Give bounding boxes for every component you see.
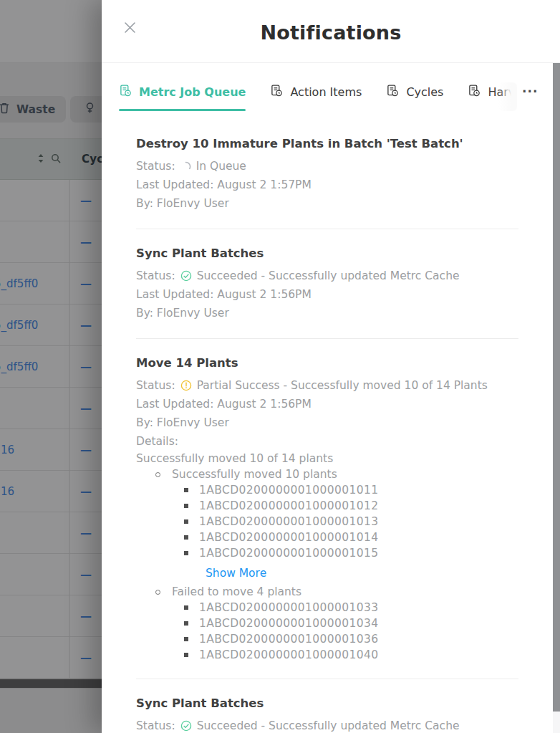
tab-cycles[interactable]: Cycles [386,82,443,111]
plant-tag-row: 1ABCD0200000001000001014 [136,530,518,545]
notification-status-line: Status: Succeeded - Successfully updated… [136,267,518,285]
check-circle-icon [180,270,192,282]
tab-active-underline [270,109,362,111]
last-updated-text: Last Updated: August 2 1:57PM [136,176,312,194]
file-clock-icon [386,84,399,100]
plant-tag-row: 1ABCD0200000001000001034 [136,615,518,631]
status-text: Partial Success - Successfully moved 10 … [197,376,488,395]
status-text: Succeeded - Successfully updated Metrc C… [197,717,460,733]
tab-active-underline [386,109,443,111]
by-text: By: FloEnvy User [136,194,229,213]
details-group-label: Failed to move 4 plants [136,584,518,600]
panel-header: Notifications [102,0,560,63]
details-label: Details: [136,432,518,451]
spinner-icon [180,161,191,172]
file-clock-icon [270,84,283,100]
tab-bar: Metrc Job Queue Action Items Cycles Harv… [102,82,560,120]
tab-label: Metrc Job Queue [139,85,246,99]
status-label: Status: [136,157,175,176]
notification-title: Destroy 10 Immature Plants in Batch 'Tes… [136,136,518,152]
notifications-panel: Notifications Metrc Job Queue Action Ite… [102,0,560,733]
square-bullet-icon [184,621,188,626]
tab-active-underline [119,109,246,111]
details-summary: Successfully moved 10 of 14 plants [136,451,518,466]
show-more-link[interactable]: Show More [206,565,266,582]
tab-fade-overlay [498,82,517,111]
status-label: Status: [136,717,175,733]
plant-tag-text: 1ABCD0200000001000001013 [199,514,379,530]
group-label-text: Failed to move 4 plants [172,584,301,600]
details-group: Failed to move 4 plants1ABCD020000000100… [136,584,518,663]
square-bullet-icon [184,605,188,610]
plant-tag-row: 1ABCD0200000001000001011 [136,482,518,498]
square-bullet-icon [184,504,188,508]
plant-tag-text: 1ABCD0200000001000001011 [199,482,379,498]
details-group-label: Successfully moved 10 plants [136,466,518,482]
page-title: Notifications [102,21,560,44]
by-text: By: FloEnvy User [136,413,229,432]
notification-title: Move 14 Plants [136,355,518,371]
notification-status-line: Status: Succeeded - Successfully updated… [136,717,518,733]
plant-tag-row: 1ABCD0200000001000001033 [136,600,518,615]
plant-tag-text: 1ABCD0200000001000001033 [199,600,379,615]
status-label: Status: [136,267,175,285]
notification-status-line: Status: Partial Success - Successfully m… [136,376,518,395]
square-bullet-icon [184,551,188,555]
plant-tag-text: 1ABCD0200000001000001015 [199,545,379,561]
status-text: In Queue [196,157,246,176]
notification-item: Sync Plant Batches Status: Succeeded - S… [136,679,518,733]
notification-by-line: By: FloEnvy User [136,413,518,432]
last-updated-text: Last Updated: August 2 1:56PM [136,395,312,413]
plant-tag-row: 1ABCD0200000001000001040 [136,647,518,663]
tab-action-items[interactable]: Action Items [270,82,362,111]
square-bullet-icon [184,653,188,657]
notification-title: Sync Plant Batches [136,696,518,712]
tab-label: Cycles [406,85,443,99]
plant-tag-row: 1ABCD0200000001000001015 [136,545,518,561]
plant-tag-text: 1ABCD0200000001000001034 [199,615,379,631]
by-text: By: FloEnvy User [136,304,229,322]
panel-scrollbar-thumb[interactable] [553,63,560,712]
warning-circle-icon [180,380,192,391]
square-bullet-icon [184,535,188,540]
circle-bullet-icon [155,472,160,477]
circle-bullet-icon [155,590,160,595]
notification-list: Destroy 10 Immature Plants in Batch 'Tes… [102,120,560,733]
details-group: Successfully moved 10 plants1ABCD0200000… [136,466,518,584]
tab-overflow-button[interactable]: ··· [522,83,538,100]
plant-tag-row: 1ABCD0200000001000001036 [136,631,518,647]
file-clock-icon [119,84,132,100]
square-bullet-icon [184,488,188,492]
notification-by-line: By: FloEnvy User [136,304,518,322]
notification-status-line: Status: In Queue [136,157,518,176]
group-label-text: Successfully moved 10 plants [172,466,337,482]
file-clock-icon [468,84,481,100]
notification-by-line: By: FloEnvy User [136,194,518,213]
plant-tag-text: 1ABCD0200000001000001036 [199,631,379,647]
tab-scroller: Metrc Job Queue Action Items Cycles Harv… [119,82,517,111]
notification-updated-line: Last Updated: August 2 1:56PM [136,395,518,413]
plant-tag-row: 1ABCD0200000001000001013 [136,514,518,530]
plant-tag-text: 1ABCD0200000001000001012 [199,498,379,514]
plant-tag-text: 1ABCD0200000001000001014 [199,530,379,545]
notification-updated-line: Last Updated: August 2 1:57PM [136,176,518,194]
status-label: Status: [136,376,175,395]
plant-tag-row: 1ABCD0200000001000001012 [136,498,518,514]
status-text: Succeeded - Successfully updated Metrc C… [197,267,460,285]
notification-item: Sync Plant Batches Status: Succeeded - S… [136,229,518,339]
square-bullet-icon [184,519,188,524]
notification-item: Destroy 10 Immature Plants in Batch 'Tes… [136,120,518,229]
notification-details: Details:Successfully moved 10 of 14 plan… [136,432,518,663]
notification-updated-line: Last Updated: August 2 1:56PM [136,285,518,304]
panel-scrollbar[interactable] [553,63,560,733]
plant-tag-text: 1ABCD0200000001000001040 [199,647,379,663]
tab-metrc-job-queue[interactable]: Metrc Job Queue [119,82,246,111]
notification-title: Sync Plant Batches [136,246,518,262]
notification-item: Move 14 Plants Status: Partial Success -… [136,339,518,679]
tab-label: Action Items [290,85,362,99]
check-circle-icon [180,720,192,732]
square-bullet-icon [184,637,188,641]
last-updated-text: Last Updated: August 2 1:56PM [136,285,312,304]
